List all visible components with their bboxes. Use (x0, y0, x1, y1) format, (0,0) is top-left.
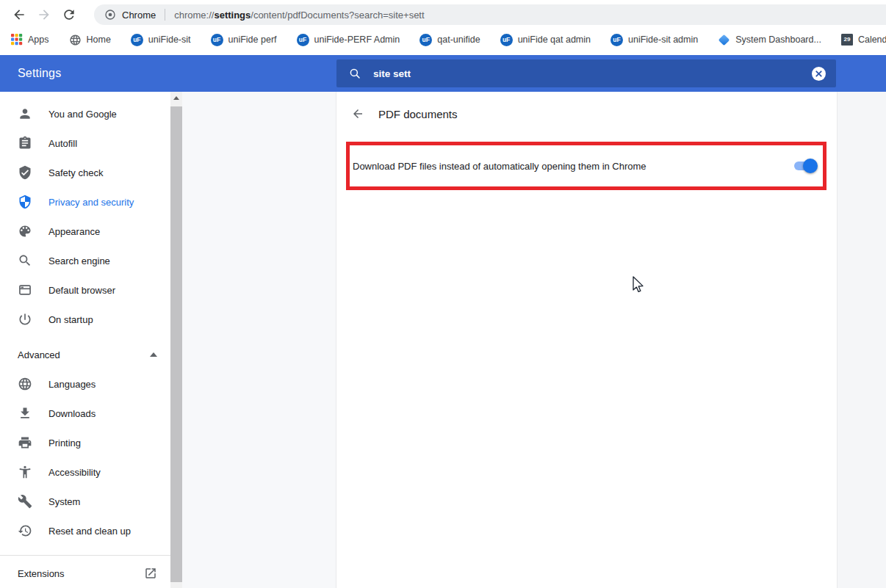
open-in-new-icon (144, 567, 157, 580)
sidebar-item-label: Search engine (48, 255, 110, 266)
palette-icon (18, 224, 32, 239)
settings-search-box[interactable] (336, 59, 836, 87)
sidebar-item-appearance[interactable]: Appearance (0, 217, 170, 246)
sidebar-item-system[interactable]: System (0, 487, 170, 516)
bookmark-item-calendars-fidelity[interactable]: 29 Calendars - Fidelity... (841, 34, 886, 46)
sidebar-item-default-browser[interactable]: Default browser (0, 275, 170, 305)
sidebar-item-label: Printing (48, 438, 81, 449)
shield-half-icon (18, 195, 32, 209)
background-gap-right (838, 92, 886, 588)
settings-header: Settings (0, 55, 886, 92)
omnibox-separator (165, 9, 165, 21)
clear-search-icon[interactable] (812, 67, 826, 81)
printer-icon (18, 435, 32, 450)
sidebar-item-accessibility[interactable]: Accessibility (0, 457, 170, 487)
bookmark-item-qat-unifide[interactable]: uF qat-unifide (419, 34, 480, 46)
reload-icon[interactable] (62, 7, 76, 22)
chrome-logo-icon (104, 9, 116, 21)
bookmark-label: uniFide-PERF Admin (314, 35, 400, 45)
person-icon (18, 106, 32, 121)
browser-window-icon (18, 283, 32, 297)
sidebar-item-label: You and Google (48, 109, 117, 120)
search-input[interactable] (373, 68, 812, 79)
uf-icon: uF (211, 34, 223, 46)
bookmark-item-unifide-sit-admin[interactable]: uF uniFide-sit admin (611, 34, 698, 46)
chevron-up-icon (150, 352, 157, 357)
bookmark-item-unifide-perf[interactable]: uF uniFide perf (211, 34, 277, 46)
section-title: PDF documents (378, 108, 458, 120)
sidebar-item-on-startup[interactable]: On startup (0, 305, 170, 334)
back-arrow-icon[interactable] (351, 107, 364, 120)
power-icon (18, 312, 32, 327)
uf-icon: uF (500, 34, 513, 46)
uf-icon: uF (297, 34, 309, 46)
bookmark-label: System Dashboard... (735, 35, 821, 45)
highlight-annotation-box: Download PDF files instead of automatica… (346, 142, 826, 190)
background-gap (182, 92, 336, 588)
bookmark-item-unifide-sit[interactable]: uF uniFide-sit (131, 34, 191, 46)
bookmark-item-home[interactable]: Home (69, 34, 111, 46)
sidebar-item-extensions[interactable]: Extensions (0, 556, 170, 588)
sidebar-item-languages[interactable]: Languages (0, 369, 170, 399)
sidebar-item-label: Languages (48, 379, 96, 390)
globe-gray-icon (69, 34, 82, 46)
sidebar-item-downloads[interactable]: Downloads (0, 399, 170, 428)
bookmark-item-apps[interactable]: Apps (10, 34, 49, 46)
url-text: chrome://settings/content/pdfDocuments?s… (174, 10, 424, 21)
content-header: PDF documents (336, 99, 837, 128)
magnifier-icon (18, 253, 32, 268)
browser-window: Chrome chrome://settings/content/pdfDocu… (0, 0, 886, 588)
sidebar-item-advanced[interactable]: Advanced (0, 340, 170, 369)
extensions-label: Extensions (18, 568, 65, 579)
bookmark-item-unifide-perf-admin[interactable]: uF uniFide-PERF Admin (297, 34, 400, 46)
sidebar-item-label: Safety check (48, 167, 103, 178)
sidebar-item-reset-and-clean-up[interactable]: Reset and clean up (0, 516, 170, 545)
scrollbar-up-icon[interactable] (170, 92, 182, 104)
sidebar-item-label: Default browser (48, 285, 115, 296)
sidebar-item-autofill[interactable]: Autofill (0, 128, 170, 158)
download-icon (18, 406, 32, 421)
sidebar-item-label: Appearance (48, 226, 100, 237)
bookmarks-bar: Apps Home uF uniFide-sit uF uniFide perf… (0, 29, 886, 50)
pdf-download-toggle[interactable] (794, 161, 816, 171)
address-bar[interactable]: Chrome chrome://settings/content/pdfDocu… (94, 4, 886, 25)
bookmark-item-unifide-qat-admin[interactable]: uF uniFide qat admin (500, 34, 591, 46)
settings-sidebar: You and Google Autofill Safety check Pri… (0, 92, 170, 588)
sidebar-item-label: Accessibility (48, 467, 101, 478)
clipboard-icon (18, 136, 32, 150)
uf-icon: uF (611, 34, 623, 46)
bookmark-item-system-dashboard[interactable]: System Dashboard... (718, 34, 821, 46)
bookmark-label: Home (87, 35, 111, 45)
scrollbar-thumb[interactable] (170, 106, 182, 582)
shield-check-icon (18, 165, 32, 180)
sidebar-item-you-and-google[interactable]: You and Google (0, 99, 170, 128)
sidebar-item-privacy-and-security[interactable]: Privacy and security (0, 187, 170, 217)
browser-toolbar: Chrome chrome://settings/content/pdfDocu… (0, 0, 886, 29)
sidebar-scrollbar[interactable] (170, 92, 182, 588)
toggle-knob (803, 159, 818, 173)
sidebar-item-safety-check[interactable]: Safety check (0, 158, 170, 187)
sidebar-item-label: Reset and clean up (48, 526, 131, 537)
bookmark-label: Calendars - Fidelity... (858, 35, 886, 45)
bookmark-label: uniFide perf (228, 35, 277, 45)
restore-icon (18, 523, 32, 538)
uf-icon: uF (419, 34, 432, 46)
back-icon[interactable] (12, 7, 26, 22)
diamond-icon (718, 34, 730, 46)
sidebar-advanced-list: Languages Downloads Printing Accessibili… (0, 369, 170, 545)
sidebar-main-list: You and Google Autofill Safety check Pri… (0, 99, 170, 334)
sidebar-item-search-engine[interactable]: Search engine (0, 246, 170, 275)
globe-icon (18, 377, 32, 391)
bookmark-label: uniFide-sit admin (628, 35, 698, 45)
wrench-icon (18, 494, 32, 509)
sidebar-item-label: Autofill (48, 138, 77, 149)
sidebar-item-label: Downloads (48, 408, 96, 419)
apps-grid-icon (10, 34, 23, 46)
site-name: Chrome (122, 10, 156, 21)
sidebar-item-printing[interactable]: Printing (0, 428, 170, 457)
forward-icon[interactable] (37, 7, 51, 22)
accessibility-icon (18, 465, 32, 479)
settings-body: You and Google Autofill Safety check Pri… (0, 92, 886, 588)
settings-content: PDF documents Download PDF files instead… (336, 92, 838, 588)
sidebar-item-label: System (48, 496, 80, 507)
